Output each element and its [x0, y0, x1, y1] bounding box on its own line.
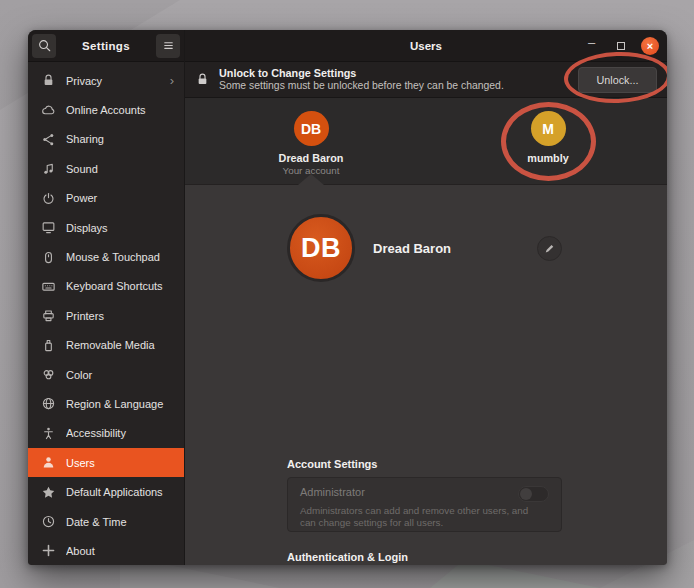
sidebar-item-label: Region & Language	[66, 398, 174, 410]
keyboard-icon	[41, 279, 56, 294]
sidebar-item-date-time[interactable]: Date & Time	[28, 507, 184, 536]
sidebar-item-power[interactable]: Power	[28, 184, 184, 213]
close-button[interactable]: ×	[641, 37, 659, 55]
sidebar-item-label: Power	[66, 192, 174, 204]
unlock-button[interactable]: Unlock...	[578, 67, 657, 93]
clock-icon	[41, 514, 56, 529]
account-settings-heading: Account Settings	[287, 458, 562, 470]
menu-button[interactable]	[156, 34, 180, 58]
carousel-user-name: Dread Baron	[256, 152, 366, 164]
unlock-subtitle: Some settings must be unlocked before th…	[219, 80, 569, 93]
sidebar-item-label: Privacy	[66, 75, 160, 87]
user-carousel: DBDread BaronYour accountMmumbly	[185, 98, 667, 185]
user-icon	[41, 455, 56, 470]
sidebar-item-label: Accessibility	[66, 427, 174, 439]
minimize-button[interactable]: –	[583, 38, 600, 55]
avatar[interactable]: DB	[287, 214, 355, 282]
sidebar-item-default-applications[interactable]: Default Applications	[28, 477, 184, 506]
sidebar-item-region-language[interactable]: Region & Language	[28, 389, 184, 418]
unlock-banner: Unlock to Change Settings Some settings …	[185, 62, 667, 98]
unlock-banner-text: Unlock to Change Settings Some settings …	[219, 67, 569, 92]
sidebar-item-sound[interactable]: Sound	[28, 154, 184, 183]
sidebar-item-color[interactable]: Color	[28, 360, 184, 389]
avatar: M	[531, 111, 566, 146]
display-icon	[41, 220, 56, 235]
avatar: DB	[294, 111, 329, 146]
sidebar-item-users[interactable]: Users	[28, 448, 184, 477]
sidebar-item-label: Mouse & Touchpad	[66, 251, 174, 263]
star-icon	[41, 485, 56, 500]
sidebar-item-label: Color	[66, 369, 174, 381]
sidebar-item-accessibility[interactable]: Accessibility	[28, 419, 184, 448]
music-note-icon	[41, 161, 56, 176]
sidebar-item-label: Displays	[66, 222, 174, 234]
user-name: Dread Baron	[373, 241, 537, 256]
removable-media-icon	[41, 338, 56, 353]
sidebar-item-about[interactable]: About	[28, 536, 184, 565]
sidebar-item-label: Users	[66, 457, 174, 469]
printer-icon	[41, 308, 56, 323]
account-settings-card: Administrator Administrators can add and…	[287, 477, 562, 532]
accessibility-icon	[41, 426, 56, 441]
sidebar-item-label: Sound	[66, 163, 174, 175]
avatar-initials: DB	[301, 121, 321, 137]
settings-window: Settings Privacy›Online AccountsSharingS…	[28, 30, 667, 565]
about-icon	[41, 543, 56, 558]
sidebar-item-privacy[interactable]: Privacy›	[28, 66, 184, 95]
sidebar-nav: Privacy›Online AccountsSharingSoundPower…	[28, 62, 184, 565]
sidebar-header: Settings	[28, 30, 184, 62]
sidebar: Settings Privacy›Online AccountsSharingS…	[28, 30, 185, 565]
power-icon	[41, 191, 56, 206]
user-card-mumbly[interactable]: Mmumbly	[493, 111, 603, 164]
sidebar-item-label: Online Accounts	[66, 104, 174, 116]
user-header: DB Dread Baron	[287, 211, 562, 285]
sidebar-item-online-accounts[interactable]: Online Accounts	[28, 95, 184, 124]
pencil-icon	[542, 241, 557, 256]
maximize-button[interactable]	[612, 38, 629, 55]
globe-icon	[41, 396, 56, 411]
search-button[interactable]	[32, 34, 56, 58]
avatar-initials: M	[542, 121, 554, 137]
sidebar-item-label: Removable Media	[66, 339, 174, 351]
sidebar-item-printers[interactable]: Printers	[28, 301, 184, 330]
mouse-icon	[41, 250, 56, 265]
user-detail: DB Dread Baron Account Settings Administ…	[185, 185, 667, 565]
share-icon	[41, 132, 56, 147]
sidebar-item-label: Default Applications	[66, 486, 174, 498]
auth-login-heading: Authentication & Login	[287, 551, 562, 563]
sidebar-item-displays[interactable]: Displays	[28, 213, 184, 242]
users-panel: Users – × Unlock to Change Settings Some…	[185, 30, 667, 565]
sidebar-item-label: Date & Time	[66, 516, 174, 528]
cloud-icon	[41, 103, 56, 118]
sidebar-item-sharing[interactable]: Sharing	[28, 125, 184, 154]
sidebar-item-label: About	[66, 545, 174, 557]
app-title: Settings	[56, 40, 156, 52]
sidebar-item-keyboard-shortcuts[interactable]: Keyboard Shortcuts	[28, 272, 184, 301]
color-icon	[41, 367, 56, 382]
lock-icon	[41, 73, 56, 88]
user-card-dread-baron[interactable]: DBDread BaronYour account	[256, 111, 366, 176]
administrator-label: Administrator	[300, 486, 365, 498]
headerbar: Users – ×	[185, 30, 667, 62]
edit-name-button[interactable]	[537, 236, 562, 261]
unlock-title: Unlock to Change Settings	[219, 67, 569, 80]
search-icon	[37, 38, 52, 53]
sidebar-item-label: Printers	[66, 310, 174, 322]
chevron-right-icon: ›	[170, 73, 174, 88]
window-controls: – ×	[583, 30, 659, 62]
lock-icon	[195, 72, 210, 87]
administrator-description: Administrators can add and remove other …	[300, 505, 535, 528]
administrator-toggle[interactable]	[518, 486, 549, 502]
carousel-user-name: mumbly	[493, 152, 603, 164]
sidebar-item-label: Keyboard Shortcuts	[66, 280, 174, 292]
carousel-user-subtitle: Your account	[256, 165, 366, 176]
sidebar-item-label: Sharing	[66, 133, 174, 145]
sidebar-item-removable-media[interactable]: Removable Media	[28, 331, 184, 360]
sidebar-item-mouse-touchpad[interactable]: Mouse & Touchpad	[28, 242, 184, 271]
menu-icon	[161, 38, 176, 53]
